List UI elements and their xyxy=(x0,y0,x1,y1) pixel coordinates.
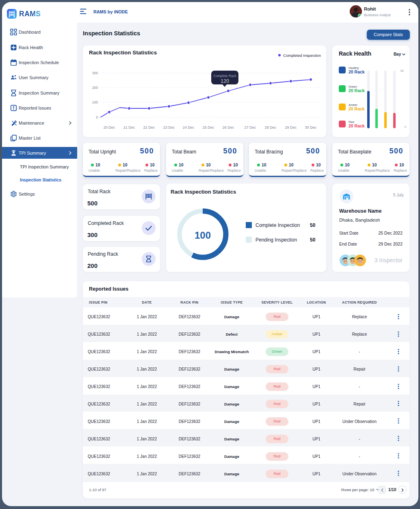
svg-text:21 Dec: 21 Dec xyxy=(123,125,135,129)
svg-text:25 Dec: 25 Dec xyxy=(203,125,214,129)
svg-text:300: 300 xyxy=(92,71,98,75)
svg-text:0: 0 xyxy=(96,115,98,119)
svg-text:27 Dec: 27 Dec xyxy=(245,125,256,129)
svg-text:22 Dec: 22 Dec xyxy=(143,125,155,129)
svg-text:100: 100 xyxy=(92,100,98,104)
svg-text:30 Dec: 30 Dec xyxy=(305,125,317,129)
svg-text:29 Dec: 29 Dec xyxy=(285,125,297,129)
svg-text:200: 200 xyxy=(92,86,98,90)
svg-text:120: 120 xyxy=(221,78,229,84)
svg-text:26 Dec: 26 Dec xyxy=(223,125,234,129)
svg-text:28 Dec: 28 Dec xyxy=(265,125,277,129)
svg-text:Complete Rack: Complete Rack xyxy=(214,74,237,78)
svg-text:24 Dec: 24 Dec xyxy=(183,125,195,129)
svg-text:20 Dec: 20 Dec xyxy=(104,125,115,129)
svg-text:23 Dec: 23 Dec xyxy=(163,125,175,129)
